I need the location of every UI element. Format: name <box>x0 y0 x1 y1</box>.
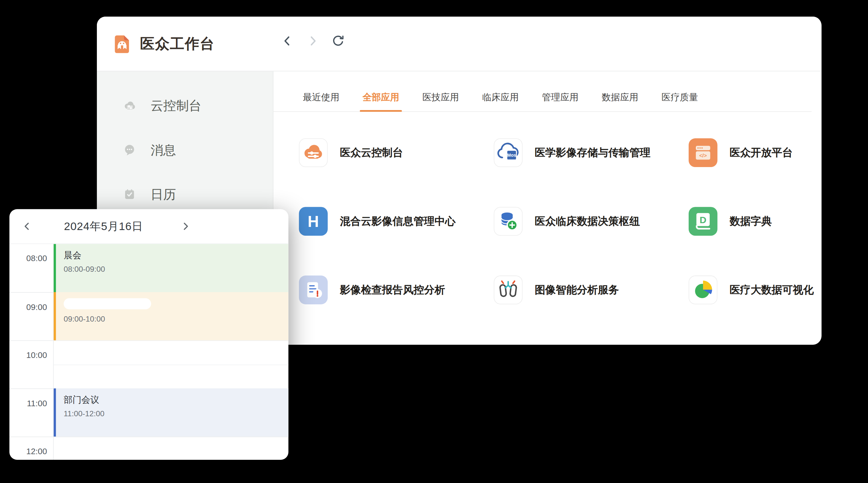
calendar-grid: 08:00 09:00 10:00 11:00 12:00 晨会 <box>9 244 288 459</box>
calendar-header: 2024年5月16日 <box>9 209 288 244</box>
sidebar-item-cloud-console[interactable]: 云控制台 <box>97 88 273 124</box>
title-bar: 医众工作台 <box>97 17 822 71</box>
app-tile-data-dictionary[interactable]: D 数据字典 <box>689 207 816 236</box>
page-background: 医众工作台 <box>0 0 868 483</box>
svg-text:Mos: Mos <box>507 153 516 158</box>
calendar-prev-button[interactable] <box>20 220 34 233</box>
event-time: 08:00-09:00 <box>64 264 288 273</box>
refresh-icon <box>332 34 345 47</box>
app-tile-report-risk[interactable]: 影像检查报告风控分析 <box>299 276 494 304</box>
sidebar-item-label: 日历 <box>151 186 176 203</box>
refresh-button[interactable] <box>332 34 345 47</box>
calendar-panel: 2024年5月16日 08:00 09:00 10:00 11:00 <box>9 209 288 460</box>
time-label: 11:00 <box>9 389 54 437</box>
messages-icon <box>123 143 136 156</box>
app-tile-image-storage[interactable]: Mos 医学影像存储与传输管理 <box>494 138 689 167</box>
time-label: 09:00 <box>9 293 54 341</box>
event-title: 部门会议 <box>64 395 288 406</box>
calendar-event-morning-meeting[interactable]: 晨会 08:00-09:00 <box>54 244 288 292</box>
report-risk-icon <box>299 276 328 304</box>
cloud-sliders-icon <box>299 138 328 167</box>
forward-button[interactable] <box>306 34 319 47</box>
app-tile-bigdata-visual[interactable]: 医疗大数据可视化 <box>689 276 816 304</box>
tab-admin-apps[interactable]: 管理应用 <box>542 91 579 111</box>
app-name: 医众云控制台 <box>340 146 403 160</box>
app-name: 数据字典 <box>730 214 772 228</box>
sidebar-item-label: 云控制台 <box>151 97 201 115</box>
open-platform-icon: </> <box>689 138 717 167</box>
time-label: 10:00 <box>9 341 54 388</box>
bigdata-visual-icon <box>689 276 717 304</box>
sidebar-item-messages[interactable]: 消息 <box>97 132 273 168</box>
event-time: 11:00-12:00 <box>64 409 288 418</box>
app-tile-clinical-data[interactable]: 医众临床数据决策枢纽 <box>494 207 689 236</box>
app-name: 混合云影像信息管理中心 <box>340 214 456 228</box>
chevron-left-icon <box>22 221 33 232</box>
app-logo-icon <box>112 34 131 53</box>
event-time: 09:00-10:00 <box>64 314 288 323</box>
app-name: 图像智能分析服务 <box>535 283 619 297</box>
back-button[interactable] <box>281 34 294 47</box>
app-name: 医疗大数据可视化 <box>730 283 814 297</box>
svg-text:D: D <box>700 215 707 225</box>
sidebar-item-label: 消息 <box>151 141 176 159</box>
app-tile-open-platform[interactable]: </> 医众开放平台 <box>689 138 816 167</box>
calendar-icon <box>123 187 136 201</box>
tab-data-apps[interactable]: 数据应用 <box>602 91 639 111</box>
app-tile-hybrid-cloud[interactable]: H 混合云影像信息管理中心 <box>299 207 494 236</box>
svg-text:</>: </> <box>699 153 707 159</box>
hybrid-cloud-icon: H <box>299 207 328 236</box>
app-name: 影像检查报告风控分析 <box>340 283 445 297</box>
calendar-cell[interactable] <box>54 437 288 460</box>
tab-all-apps[interactable]: 全部应用 <box>363 91 399 111</box>
mos-cloud-icon: Mos <box>494 138 523 167</box>
time-label: 08:00 <box>9 244 54 292</box>
svg-text:H: H <box>308 213 319 230</box>
app-tile-image-ai[interactable]: 图像智能分析服务 <box>494 276 689 304</box>
app-name: 医众开放平台 <box>730 146 793 160</box>
chevron-right-icon <box>180 221 191 232</box>
main-content: 最近使用 全部应用 医技应用 临床应用 管理应用 数据应用 医疗质量 <box>274 71 822 345</box>
calendar-next-button[interactable] <box>179 220 192 233</box>
calendar-event-redacted[interactable]: 09:00-10:00 <box>54 292 288 341</box>
app-name: 医学影像存储与传输管理 <box>535 146 650 160</box>
half-hour-gridline <box>54 364 288 365</box>
app-name: 医众临床数据决策枢纽 <box>535 214 640 228</box>
brand: 医众工作台 <box>112 34 215 54</box>
calendar-row-12: 12:00 <box>9 437 288 460</box>
forward-arrow-icon <box>306 34 319 47</box>
data-dictionary-icon: D <box>689 207 717 236</box>
sidebar-item-calendar[interactable]: 日历 <box>97 176 273 212</box>
tab-quality[interactable]: 医疗质量 <box>662 91 699 111</box>
app-title: 医众工作台 <box>140 34 215 54</box>
tab-clinical-apps[interactable]: 临床应用 <box>482 91 519 111</box>
clinical-data-icon <box>494 207 523 236</box>
tab-recent[interactable]: 最近使用 <box>303 91 340 111</box>
nav-buttons <box>281 34 345 47</box>
time-label: 12:00 <box>9 437 54 460</box>
tab-medtech-apps[interactable]: 医技应用 <box>423 91 459 111</box>
tab-bar: 最近使用 全部应用 医技应用 临床应用 管理应用 数据应用 医疗质量 <box>274 71 811 112</box>
event-title: 晨会 <box>64 250 288 262</box>
app-tile-cloud-console[interactable]: 医众云控制台 <box>299 138 494 167</box>
app-grid: 医众云控制台 Mos 医学影像存储与传输管理 <box>274 112 822 304</box>
cloud-console-icon <box>123 99 136 112</box>
calendar-date: 2024年5月16日 <box>43 209 164 243</box>
image-ai-icon <box>494 276 523 304</box>
back-arrow-icon <box>281 34 294 47</box>
redacted-event-title <box>64 298 151 309</box>
calendar-event-department-meeting[interactable]: 部门会议 11:00-12:00 <box>54 388 288 437</box>
